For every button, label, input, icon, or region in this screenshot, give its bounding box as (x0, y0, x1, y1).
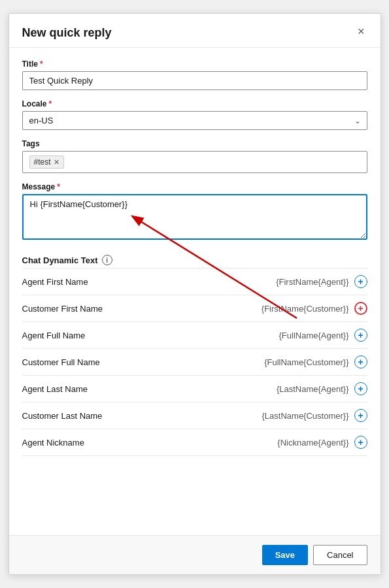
dynamic-row-value: {LastName{Customer}} (262, 411, 349, 421)
dynamic-text-header: Chat Dynamic Text i (22, 255, 367, 265)
dynamic-row-label: Customer First Name (22, 304, 103, 314)
dynamic-row-value: {FirstName{Customer}} (262, 304, 349, 314)
dynamic-row-value-group: {FullName{Agent}}+ (279, 329, 367, 342)
add-dynamic-value-button[interactable]: + (354, 275, 367, 288)
dynamic-text-row: Customer First Name{FirstName{Customer}}… (22, 295, 367, 322)
locale-field-group: Locale* en-US fr-FR de-DE es-ES ⌄ (22, 99, 367, 130)
dynamic-row-label: Customer Full Name (22, 357, 100, 367)
dynamic-row-value: {FullName{Agent}} (279, 331, 349, 340)
dynamic-row-value: {FirstName{Agent}} (276, 277, 348, 287)
dynamic-row-label: Agent Full Name (22, 331, 86, 340)
dynamic-text-row: Agent Full Name{FullName{Agent}}+ (22, 322, 367, 349)
dialog-footer: Save Cancel (9, 535, 381, 574)
title-label: Title* (22, 59, 367, 69)
dynamic-row-label: Customer Last Name (22, 411, 103, 421)
tags-input[interactable]: #test ✕ (22, 151, 367, 173)
tag-remove-button[interactable]: ✕ (54, 158, 59, 167)
save-button[interactable]: Save (262, 545, 308, 565)
locale-select[interactable]: en-US fr-FR de-DE es-ES (22, 111, 367, 130)
dialog-body: Title* Locale* en-US fr-FR de-DE es-ES ⌄ (9, 48, 381, 535)
info-icon: i (102, 255, 112, 265)
dynamic-row-label: Agent Nickname (22, 438, 84, 448)
dynamic-row-value: {FullName{Customer}} (264, 357, 348, 367)
dynamic-row-value-group: {Nickname{Agent}}+ (277, 436, 367, 449)
locale-select-wrapper: en-US fr-FR de-DE es-ES ⌄ (22, 111, 367, 130)
locale-label: Locale* (22, 99, 367, 108)
tags-field-group: Tags #test ✕ (22, 139, 367, 173)
add-dynamic-value-button[interactable]: + (354, 436, 367, 449)
message-textarea[interactable]: Hi {FirstName{Customer}} (22, 194, 367, 240)
dynamic-row-value-group: {FirstName{Customer}}+ (262, 302, 367, 315)
dynamic-row-value-group: {LastName{Agent}}+ (277, 382, 367, 395)
dynamic-text-section: Chat Dynamic Text i Agent First Name{Fir… (22, 255, 367, 456)
add-dynamic-value-button[interactable]: + (354, 329, 367, 342)
message-label: Message* (22, 182, 367, 191)
title-input[interactable] (22, 71, 367, 90)
title-field-group: Title* (22, 59, 367, 90)
tag-item: #test ✕ (29, 155, 64, 169)
dynamic-text-rows: Agent First Name{FirstName{Agent}}+Custo… (22, 268, 367, 456)
dialog-title: New quick reply (22, 25, 112, 41)
dynamic-text-row: Agent First Name{FirstName{Agent}}+ (22, 268, 367, 295)
dialog-header: New quick reply × (9, 14, 381, 48)
tags-label: Tags (22, 139, 367, 148)
message-with-arrow: Hi {FirstName{Customer}} (22, 194, 367, 242)
add-dynamic-value-button[interactable]: + (354, 409, 367, 422)
dynamic-text-row: Customer Full Name{FullName{Customer}}+ (22, 349, 367, 376)
close-button[interactable]: × (355, 25, 367, 37)
add-dynamic-value-button[interactable]: + (354, 355, 367, 368)
dynamic-row-label: Agent First Name (22, 277, 88, 287)
tag-value: #test (34, 157, 51, 167)
dynamic-text-row: Agent Nickname{Nickname{Agent}}+ (22, 429, 367, 456)
dynamic-row-label: Agent Last Name (22, 384, 88, 394)
dynamic-row-value-group: {FullName{Customer}}+ (264, 355, 367, 368)
cancel-button[interactable]: Cancel (313, 545, 367, 565)
add-dynamic-value-button[interactable]: + (354, 382, 367, 395)
dynamic-text-row: Agent Last Name{LastName{Agent}}+ (22, 376, 367, 402)
dynamic-row-value-group: {LastName{Customer}}+ (262, 409, 367, 422)
dynamic-text-row: Customer Last Name{LastName{Customer}}+ (22, 402, 367, 429)
dynamic-row-value: {Nickname{Agent}} (277, 438, 348, 448)
new-quick-reply-dialog: New quick reply × Title* Locale* en-US f… (8, 13, 381, 575)
dynamic-row-value-group: {FirstName{Agent}}+ (276, 275, 367, 288)
dynamic-row-value: {LastName{Agent}} (277, 384, 349, 394)
message-field-group: Message* Hi {FirstName{Customer}} (22, 182, 367, 242)
add-dynamic-value-button[interactable]: + (354, 302, 367, 315)
